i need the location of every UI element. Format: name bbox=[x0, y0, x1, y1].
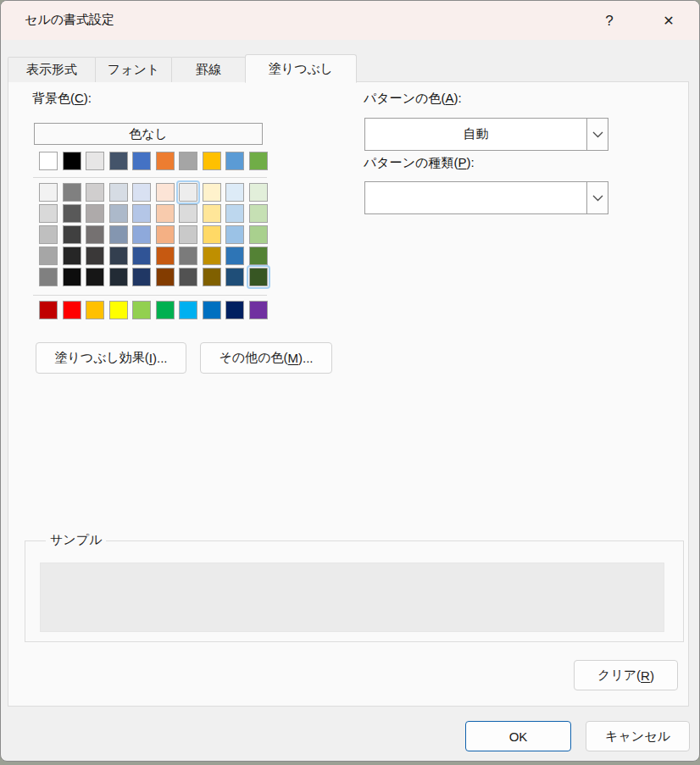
more-colors-button[interactable]: その他の色(M)... bbox=[200, 342, 332, 374]
color-swatch[interactable] bbox=[132, 247, 151, 265]
tab-number-format[interactable]: 表示形式 bbox=[8, 57, 96, 82]
color-swatch[interactable] bbox=[132, 183, 151, 202]
pattern-type-combobox[interactable] bbox=[364, 181, 608, 214]
color-swatch[interactable] bbox=[249, 247, 268, 265]
color-swatch[interactable] bbox=[179, 301, 197, 319]
color-swatch[interactable] bbox=[203, 204, 221, 223]
color-swatch[interactable] bbox=[249, 225, 268, 244]
color-swatch[interactable] bbox=[86, 152, 104, 170]
color-swatch[interactable] bbox=[156, 204, 175, 223]
chevron-down-icon bbox=[592, 195, 603, 202]
color-swatch[interactable] bbox=[132, 204, 151, 223]
color-swatch[interactable] bbox=[63, 225, 81, 244]
color-swatch[interactable] bbox=[179, 268, 197, 286]
cancel-button[interactable]: キャンセル bbox=[586, 721, 690, 751]
color-swatch[interactable] bbox=[225, 268, 244, 286]
color-swatch[interactable] bbox=[225, 301, 244, 319]
color-swatch[interactable] bbox=[156, 268, 175, 286]
color-swatch[interactable] bbox=[225, 183, 244, 202]
color-swatch[interactable] bbox=[249, 301, 268, 319]
color-swatch[interactable] bbox=[225, 204, 244, 223]
color-swatch[interactable] bbox=[179, 247, 197, 265]
color-swatch[interactable] bbox=[86, 225, 104, 244]
tab-fill[interactable]: 塗りつぶし bbox=[245, 54, 357, 83]
color-swatch[interactable] bbox=[109, 268, 128, 286]
color-swatch[interactable] bbox=[225, 152, 244, 170]
color-swatch[interactable] bbox=[86, 247, 104, 265]
color-swatch[interactable] bbox=[63, 247, 81, 265]
color-swatch[interactable] bbox=[109, 301, 128, 319]
color-swatch[interactable] bbox=[249, 152, 268, 170]
sample-groupbox: サンプル bbox=[25, 540, 684, 642]
palette-divider-top bbox=[33, 177, 267, 178]
color-swatch[interactable] bbox=[132, 268, 151, 286]
color-swatch[interactable] bbox=[109, 152, 128, 170]
tab-font[interactable]: フォント bbox=[95, 57, 172, 82]
color-swatch[interactable] bbox=[203, 225, 221, 244]
color-swatch[interactable] bbox=[39, 301, 58, 319]
color-swatch[interactable] bbox=[179, 183, 197, 202]
color-swatch[interactable] bbox=[156, 247, 175, 265]
sample-preview bbox=[40, 563, 664, 632]
color-swatch[interactable] bbox=[39, 183, 58, 202]
color-swatch[interactable] bbox=[203, 183, 221, 202]
color-swatch[interactable] bbox=[86, 268, 104, 286]
color-swatch[interactable] bbox=[39, 152, 58, 170]
standard-color-row bbox=[39, 301, 268, 319]
theme-variant-grid bbox=[39, 183, 268, 286]
color-swatch[interactable] bbox=[86, 301, 104, 319]
pattern-color-value: 自動 bbox=[365, 119, 586, 150]
color-swatch[interactable] bbox=[63, 301, 81, 319]
color-swatch[interactable] bbox=[156, 152, 175, 170]
color-swatch[interactable] bbox=[179, 225, 197, 244]
color-swatch[interactable] bbox=[132, 152, 151, 170]
pattern-color-label: パターンの色(A): bbox=[364, 91, 462, 107]
clear-button[interactable]: クリア(R) bbox=[574, 660, 678, 690]
color-swatch[interactable] bbox=[39, 268, 58, 286]
color-swatch[interactable] bbox=[249, 268, 268, 286]
color-swatch[interactable] bbox=[203, 152, 221, 170]
color-swatch[interactable] bbox=[225, 225, 244, 244]
close-icon: ✕ bbox=[663, 13, 674, 29]
color-swatch[interactable] bbox=[156, 301, 175, 319]
color-swatch[interactable] bbox=[39, 225, 58, 244]
help-icon: ? bbox=[605, 13, 613, 30]
color-swatch[interactable] bbox=[203, 301, 221, 319]
color-swatch[interactable] bbox=[63, 152, 81, 170]
color-swatch[interactable] bbox=[39, 204, 58, 223]
color-swatch[interactable] bbox=[63, 204, 81, 223]
pattern-type-value bbox=[365, 182, 586, 213]
color-swatch[interactable] bbox=[39, 247, 58, 265]
color-swatch[interactable] bbox=[156, 183, 175, 202]
color-swatch[interactable] bbox=[63, 183, 81, 202]
pattern-type-label: パターンの種類(P): bbox=[364, 155, 475, 171]
color-swatch[interactable] bbox=[132, 225, 151, 244]
ok-button[interactable]: OK bbox=[465, 721, 571, 751]
color-swatch[interactable] bbox=[86, 204, 104, 223]
color-swatch[interactable] bbox=[249, 204, 268, 223]
color-swatch[interactable] bbox=[179, 152, 197, 170]
color-swatch[interactable] bbox=[109, 183, 128, 202]
color-swatch[interactable] bbox=[179, 204, 197, 223]
pattern-color-dropdown-button[interactable] bbox=[586, 118, 608, 151]
color-swatch[interactable] bbox=[249, 183, 268, 202]
color-swatch[interactable] bbox=[63, 268, 81, 286]
close-button[interactable]: ✕ bbox=[651, 8, 686, 34]
pattern-type-dropdown-button[interactable] bbox=[586, 181, 608, 214]
fill-effects-button[interactable]: 塗りつぶし効果(I)... bbox=[36, 342, 186, 374]
no-color-button[interactable]: 色なし bbox=[34, 123, 263, 145]
color-swatch[interactable] bbox=[203, 268, 221, 286]
help-button[interactable]: ? bbox=[592, 8, 627, 34]
tab-border[interactable]: 罫線 bbox=[171, 57, 246, 82]
color-swatch[interactable] bbox=[109, 225, 128, 244]
color-swatch[interactable] bbox=[109, 204, 128, 223]
color-swatch[interactable] bbox=[132, 301, 151, 319]
color-swatch[interactable] bbox=[109, 247, 128, 265]
color-swatch[interactable] bbox=[203, 247, 221, 265]
color-swatch[interactable] bbox=[156, 225, 175, 244]
palette-divider-bottom bbox=[33, 295, 267, 296]
color-swatch[interactable] bbox=[86, 183, 104, 202]
color-swatch[interactable] bbox=[225, 247, 244, 265]
background-color-label: 背景色(C): bbox=[32, 91, 92, 107]
pattern-color-combobox[interactable]: 自動 bbox=[364, 118, 608, 151]
